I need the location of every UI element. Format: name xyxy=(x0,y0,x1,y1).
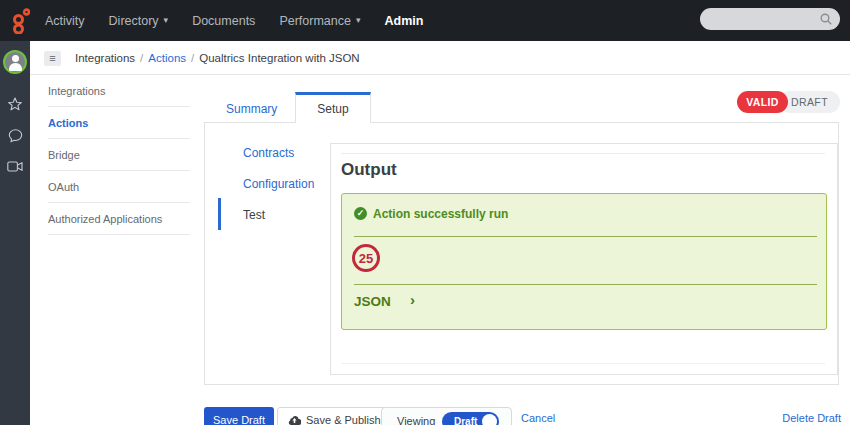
setup-tab-configuration[interactable]: Configuration xyxy=(243,177,314,191)
user-avatar[interactable] xyxy=(3,50,27,74)
viewing-label: Viewing xyxy=(397,415,435,425)
draft-status-badge: DRAFT xyxy=(779,91,840,113)
sidebar-item-actions[interactable]: Actions xyxy=(30,107,204,139)
nav-item-documents[interactable]: Documents xyxy=(192,14,255,28)
toggle-knob[interactable] xyxy=(482,414,497,425)
divider xyxy=(341,153,825,154)
json-toggle[interactable]: JSON xyxy=(354,294,391,309)
save-publish-label: Save & Publish xyxy=(306,414,381,425)
breadcrumb-current-page: Qualtrics Integration with JSON xyxy=(199,52,359,64)
breadcrumb-separator: / xyxy=(140,52,143,64)
sidebar-item-oauth[interactable]: OAuth xyxy=(30,171,204,203)
brand-logo[interactable] xyxy=(7,6,35,34)
divider xyxy=(354,284,817,285)
top-nav: Activity Directory▾ Documents Performanc… xyxy=(0,0,850,41)
nav-item-label: Performance xyxy=(279,14,351,28)
nav-item-admin[interactable]: Admin xyxy=(384,14,423,28)
hamburger-icon: ≡ xyxy=(49,52,55,64)
breadcrumb-separator: / xyxy=(191,52,194,64)
tab-summary[interactable]: Summary xyxy=(226,95,277,122)
nav-item-performance[interactable]: Performance▾ xyxy=(279,14,360,28)
setup-tab-test[interactable]: Test xyxy=(243,208,265,222)
test-result-box: ✓ Action successfully run 25 JSON › xyxy=(341,193,827,330)
menu-button[interactable]: ≡ xyxy=(44,51,61,66)
draft-live-toggle[interactable]: Draft xyxy=(442,412,499,425)
sidebar-item-bridge[interactable]: Bridge xyxy=(30,139,204,171)
check-icon: ✓ xyxy=(354,207,367,220)
video-camera-icon[interactable] xyxy=(7,160,23,173)
admin-side-menu: Integrations Actions Bridge OAuth Author… xyxy=(30,75,204,235)
search-box[interactable] xyxy=(700,8,840,30)
divider xyxy=(354,236,817,237)
star-icon[interactable] xyxy=(8,97,22,111)
nav-item-activity[interactable]: Activity xyxy=(45,14,85,28)
cancel-link[interactable]: Cancel xyxy=(521,412,555,424)
left-icon-rail xyxy=(0,41,30,425)
save-publish-button[interactable]: Save & Publish xyxy=(277,407,392,425)
setup-tab-contracts[interactable]: Contracts xyxy=(243,146,294,160)
active-tab-indicator xyxy=(218,198,221,230)
valid-status-badge: VALID xyxy=(737,91,788,113)
save-draft-button[interactable]: Save Draft xyxy=(204,407,274,425)
search-input[interactable] xyxy=(710,8,820,30)
test-output-panel: Output ✓ Action successfully run 25 JSON… xyxy=(330,143,838,375)
sidebar-item-authorized-applications[interactable]: Authorized Applications xyxy=(30,203,204,235)
toggle-state-label: Draft xyxy=(454,416,477,425)
search-icon xyxy=(819,12,833,26)
result-count-badge: 25 xyxy=(352,244,380,272)
nav-item-label: Directory xyxy=(109,14,159,28)
viewing-toggle-group: Viewing Draft xyxy=(381,407,512,425)
chevron-right-icon[interactable]: › xyxy=(410,291,415,308)
success-message: Action successfully run xyxy=(373,207,508,221)
divider xyxy=(341,363,825,364)
cloud-upload-icon xyxy=(288,415,301,425)
sidebar-item-integrations[interactable]: Integrations xyxy=(30,75,204,107)
breadcrumb-actions[interactable]: Actions xyxy=(148,52,186,64)
breadcrumb-bar: ≡ Integrations / Actions / Qualtrics Int… xyxy=(30,41,850,75)
delete-draft-link[interactable]: Delete Draft xyxy=(782,412,841,424)
caret-down-icon: ▾ xyxy=(356,16,361,25)
breadcrumb-integrations[interactable]: Integrations xyxy=(75,52,135,64)
caret-down-icon: ▾ xyxy=(164,16,169,25)
nav-item-directory[interactable]: Directory▾ xyxy=(109,14,169,28)
breadcrumb: Integrations / Actions / Qualtrics Integ… xyxy=(75,41,360,75)
nav-menu: Activity Directory▾ Documents Performanc… xyxy=(45,0,423,41)
output-heading: Output xyxy=(341,160,397,180)
tab-setup[interactable]: Setup xyxy=(295,92,371,123)
chat-icon[interactable] xyxy=(8,128,23,143)
